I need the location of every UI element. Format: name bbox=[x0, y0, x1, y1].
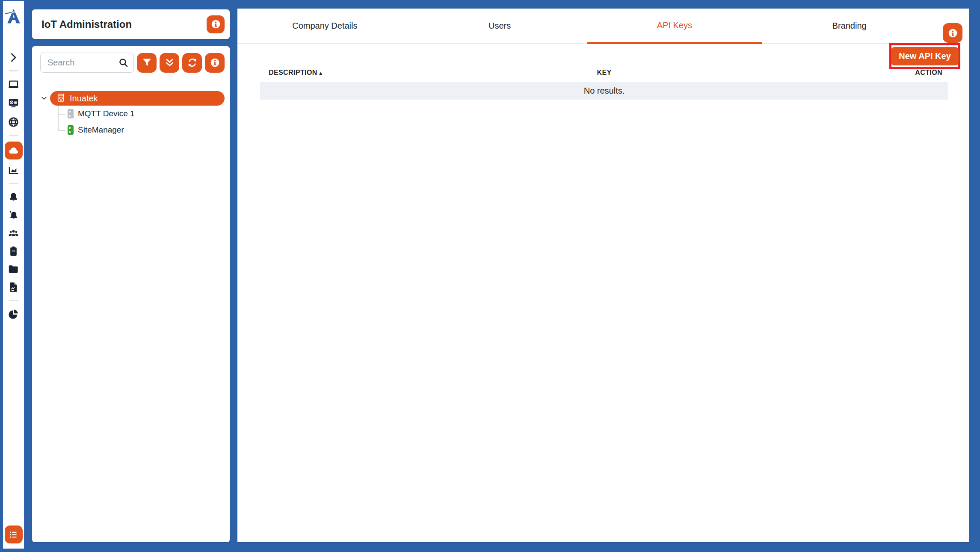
display-management-icon bbox=[8, 97, 19, 109]
expand-all-button[interactable] bbox=[160, 53, 179, 73]
column-header-key[interactable]: KEY bbox=[489, 69, 719, 77]
tree-connector bbox=[58, 106, 59, 130]
inuatek-logo bbox=[5, 6, 23, 26]
tree-connector bbox=[58, 130, 65, 131]
title-info-button[interactable] bbox=[207, 15, 225, 33]
rail-item-tasks[interactable] bbox=[5, 244, 23, 258]
tab-users[interactable]: Users bbox=[412, 9, 587, 44]
cloud-icon bbox=[8, 145, 19, 156]
rail-item-global[interactable] bbox=[5, 115, 23, 129]
tab-branding[interactable]: Branding bbox=[762, 9, 937, 44]
device-tree: Inuatek MQTT Device 1 SiteManager bbox=[40, 91, 225, 138]
tree-node-inuatek-selected[interactable]: Inuatek bbox=[50, 91, 225, 106]
search-row bbox=[40, 53, 225, 73]
rail-item-files[interactable] bbox=[5, 262, 23, 276]
tree-node-label: MQTT Device 1 bbox=[78, 109, 135, 118]
rail-item-alarms[interactable] bbox=[5, 208, 23, 222]
table-empty-row: No results. bbox=[260, 82, 948, 100]
file-report-icon bbox=[8, 281, 19, 293]
tree-info-button[interactable] bbox=[205, 53, 225, 73]
column-header-description[interactable]: DESCRIPTION▲ bbox=[260, 69, 489, 77]
info-icon bbox=[947, 27, 959, 39]
filter-button[interactable] bbox=[137, 53, 157, 73]
refresh-button[interactable] bbox=[182, 53, 202, 73]
users-icon bbox=[8, 227, 19, 239]
new-api-key-button[interactable]: New API Key bbox=[891, 47, 959, 65]
chevron-right-icon bbox=[8, 52, 19, 63]
search-box bbox=[40, 53, 134, 73]
list-icon bbox=[8, 529, 19, 540]
info-icon bbox=[209, 57, 221, 68]
area-chart-icon bbox=[8, 165, 19, 176]
expand-sidebar-button[interactable] bbox=[5, 50, 23, 65]
rail-divider bbox=[9, 183, 18, 184]
tree-node-label: SiteManager bbox=[78, 125, 124, 135]
info-icon bbox=[210, 18, 222, 30]
device-tree-card: Inuatek MQTT Device 1 SiteManager bbox=[32, 46, 230, 542]
rail-item-iot-cloud-active[interactable] bbox=[5, 142, 23, 159]
tree-node-mqtt-device-1[interactable]: MQTT Device 1 bbox=[40, 106, 225, 122]
rail-divider bbox=[9, 300, 18, 301]
search-icon bbox=[118, 57, 129, 68]
tab-company-details[interactable]: Company Details bbox=[237, 9, 412, 44]
filter-icon bbox=[141, 57, 153, 68]
rail-item-devices[interactable] bbox=[5, 77, 23, 92]
chevron-down-icon[interactable] bbox=[40, 94, 48, 102]
rail-item-analytics[interactable] bbox=[5, 163, 23, 177]
pie-chart-icon bbox=[8, 308, 19, 320]
tree-node-label: Inuatek bbox=[70, 94, 98, 103]
icon-rail bbox=[3, 1, 24, 549]
rail-menu-button[interactable] bbox=[5, 525, 23, 543]
device-icon bbox=[68, 109, 74, 118]
tab-bar: Company Details Users API Keys Branding bbox=[237, 9, 937, 44]
rail-item-notifications[interactable] bbox=[5, 190, 23, 204]
sort-ascending-icon: ▲ bbox=[318, 70, 323, 76]
column-header-action: ACTION bbox=[719, 69, 948, 77]
device-icon bbox=[68, 125, 74, 135]
main-panel: Company Details Users API Keys Branding … bbox=[237, 9, 969, 542]
tree-root-row: Inuatek bbox=[40, 91, 225, 106]
api-keys-table: DESCRIPTION▲ KEY ACTION No results. bbox=[260, 69, 948, 100]
highlight-annotation-box: New API Key bbox=[889, 43, 960, 69]
folder-icon bbox=[8, 263, 19, 275]
api-keys-info-button[interactable] bbox=[943, 23, 962, 43]
rail-divider bbox=[9, 135, 18, 136]
page-title: IoT Administration bbox=[41, 18, 132, 30]
globe-icon bbox=[8, 116, 19, 128]
tree-node-sitemanager[interactable]: SiteManager bbox=[40, 122, 225, 138]
refresh-icon bbox=[187, 57, 198, 68]
angles-down-icon bbox=[164, 57, 175, 68]
laptop-icon bbox=[8, 79, 19, 90]
rail-item-users[interactable] bbox=[5, 226, 23, 240]
rail-item-display-management[interactable] bbox=[5, 96, 23, 110]
tab-api-keys-active[interactable]: API Keys bbox=[587, 9, 762, 44]
table-header-row: DESCRIPTION▲ KEY ACTION bbox=[260, 69, 948, 82]
tree-connector bbox=[58, 114, 65, 115]
rail-item-statistics[interactable] bbox=[5, 307, 23, 321]
iot-administration-app: IoT Administration bbox=[0, 0, 980, 552]
rail-divider bbox=[9, 70, 18, 71]
bell-icon bbox=[8, 192, 19, 203]
title-card: IoT Administration bbox=[32, 9, 230, 39]
rail-item-reports[interactable] bbox=[5, 280, 23, 294]
alarm-bell-icon bbox=[8, 210, 19, 221]
building-icon bbox=[56, 93, 66, 104]
clipboard-icon bbox=[8, 245, 19, 257]
